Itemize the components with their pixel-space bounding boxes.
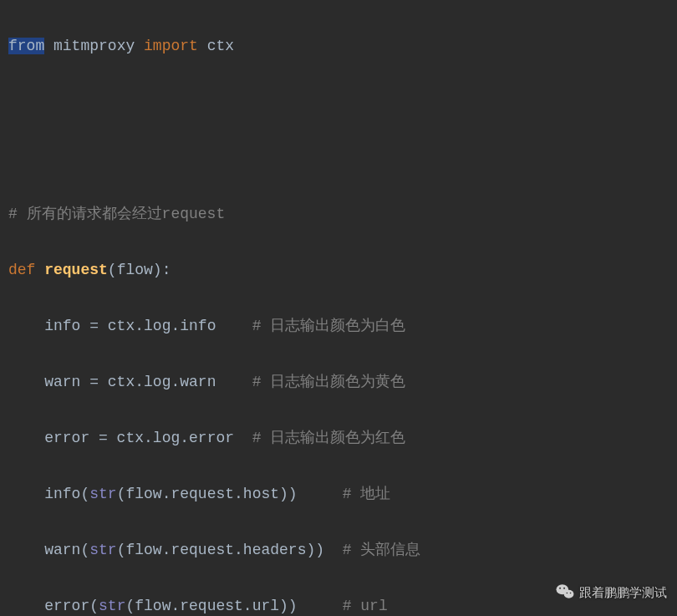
svg-point-3	[563, 588, 565, 589]
builtin-str: str	[99, 598, 125, 614]
comment: # 头部信息	[343, 542, 421, 558]
watermark: 跟着鹏鹏学测试	[556, 578, 667, 607]
svg-point-5	[570, 593, 572, 594]
svg-point-1	[564, 590, 574, 598]
svg-point-4	[567, 593, 568, 594]
keyword-def: def	[8, 262, 44, 278]
code-editor[interactable]: from mitmproxy import ctx # 所有的请求都会经过req…	[0, 0, 677, 616]
comment: # 日志输出颜色为红色	[252, 430, 406, 446]
code-line: def request(flow):	[8, 257, 677, 285]
code-line: from mitmproxy import ctx	[8, 33, 677, 61]
code-line	[8, 89, 677, 117]
comment: # 日志输出颜色为黄色	[252, 374, 406, 390]
comment: # url	[343, 598, 388, 614]
code-line: info = ctx.log.info # 日志输出颜色为白色	[8, 313, 677, 341]
function-name: request	[44, 262, 108, 278]
keyword-import: import	[144, 38, 198, 54]
code-line: warn(str(flow.request.headers)) # 头部信息	[8, 537, 677, 565]
builtin-str: str	[89, 542, 116, 558]
svg-point-2	[559, 588, 561, 589]
comment: # 所有的请求都会经过request	[8, 206, 225, 222]
watermark-text: 跟着鹏鹏学测试	[579, 578, 667, 607]
code-line: error = ctx.log.error # 日志输出颜色为红色	[8, 425, 677, 453]
code-line: warn = ctx.log.warn # 日志输出颜色为黄色	[8, 369, 677, 397]
wechat-icon	[556, 583, 574, 600]
comment: # 日志输出颜色为白色	[252, 318, 406, 334]
code-line	[8, 145, 677, 173]
builtin-str: str	[89, 486, 116, 502]
comment: # 地址	[343, 486, 391, 502]
code-line: info(str(flow.request.host)) # 地址	[8, 481, 677, 509]
code-line: # 所有的请求都会经过request	[8, 201, 677, 229]
keyword-from: from	[8, 38, 44, 54]
